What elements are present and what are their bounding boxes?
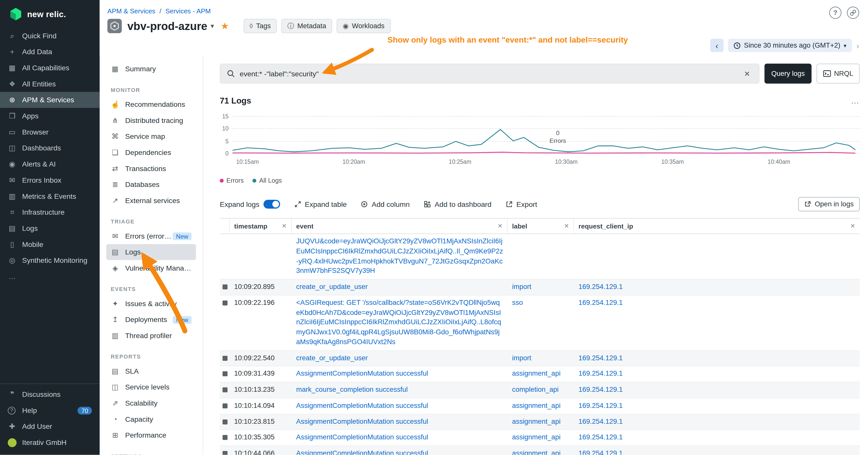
permalink-icon[interactable] [847, 6, 859, 19]
label-link[interactable]: assignment_api [512, 370, 560, 378]
row-checkbox[interactable] [222, 300, 227, 305]
sidebar-item-dashboards[interactable]: ◫Dashboards [0, 140, 99, 156]
sidebar-item-deployments[interactable]: ↥DeploymentsNew [106, 312, 196, 328]
add-to-dashboard-button[interactable]: Add to dashboard [424, 200, 492, 208]
metadata-button[interactable]: ⓘMetadata [281, 19, 332, 33]
log-row[interactable]: JUQVU&code=eyJraWQiOiJjcGltY29yZV8wOTl1M… [220, 234, 860, 280]
sidebar-item-apm-services[interactable]: ⊛APM & Services [0, 92, 99, 108]
event-link[interactable]: AssignmentCompletionMutation successful [296, 401, 428, 410]
sidebar-item-apps[interactable]: ❒Apps [0, 108, 99, 124]
label-link[interactable]: assignment_api [512, 418, 560, 425]
row-checkbox[interactable] [222, 451, 227, 455]
sidebar-item-thread-profiler[interactable]: ▥Thread profiler [106, 327, 196, 344]
ip-link[interactable]: 169.254.129.1 [579, 299, 623, 306]
time-forward-button[interactable]: › [857, 40, 859, 50]
sidebar-item-capacity[interactable]: ◔Capacity [106, 411, 196, 427]
legend-item-all-logs[interactable]: All Logs [252, 177, 282, 184]
log-row[interactable]: 10:10:23.815AssignmentCompletionMutation… [220, 414, 860, 430]
row-checkbox[interactable] [222, 285, 227, 290]
sidebar-item-help[interactable]: ?Help70 [0, 402, 99, 419]
ip-link[interactable]: 169.254.129.1 [579, 283, 623, 291]
sidebar-item-distributed-tracing[interactable]: ⋔Distributed tracing [106, 112, 196, 129]
ip-link[interactable]: 169.254.129.1 [579, 401, 623, 410]
ip-link[interactable]: 169.254.129.1 [579, 450, 623, 455]
log-row[interactable]: 10:09:22.196<ASGIRequest: GET '/sso/call… [220, 295, 860, 351]
sidebar-item-synthetic-monitoring[interactable]: ◎Synthetic Monitoring [0, 253, 99, 268]
sidebar-item-metrics-events[interactable]: ▥Metrics & Events [0, 188, 99, 204]
ip-link[interactable]: 169.254.129.1 [579, 418, 623, 425]
row-checkbox[interactable] [222, 371, 227, 377]
log-row[interactable]: 10:09:31.439AssignmentCompletionMutation… [220, 366, 860, 383]
event-link[interactable]: create_or_update_user [296, 354, 368, 362]
label-link[interactable]: assignment_api [512, 450, 560, 455]
sidebar-item-issues-activity[interactable]: ✦Issues & activity [106, 295, 196, 312]
sidebar-item-performance[interactable]: ⊞Performance [106, 427, 196, 444]
event-link[interactable]: AssignmentCompletionMutation successful [296, 418, 428, 425]
row-checkbox[interactable] [222, 435, 227, 440]
brand[interactable]: new relic. [0, 0, 99, 28]
sidebar-item-summary[interactable]: ▦Summary [106, 61, 196, 77]
remove-column-icon[interactable]: ✕ [847, 223, 855, 230]
export-button[interactable]: Export [506, 200, 537, 208]
event-link[interactable]: JUQVU&code=eyJraWQiOiJjcGltY29yZV8wOTl1M… [296, 237, 503, 274]
sidebar-item-errors-inbox[interactable]: ✉Errors Inbox [0, 172, 99, 188]
open-in-logs-button[interactable]: Open in logs [798, 197, 860, 212]
sidebar-item-mobile[interactable]: ▯Mobile [0, 236, 99, 253]
favorite-star-icon[interactable]: ★ [220, 20, 229, 32]
sidebar-item-add-user[interactable]: ✚Add User [0, 419, 99, 434]
entity-name[interactable]: vbv-prod-azure [127, 20, 207, 32]
query-logs-button[interactable]: Query logs [765, 64, 811, 84]
event-link[interactable]: AssignmentCompletionMutation successful [296, 433, 428, 441]
log-row[interactable]: 10:10:44.066AssignmentCompletionMutation… [220, 446, 860, 455]
sidebar-item-service-levels[interactable]: ◫Service levels [106, 379, 196, 395]
time-back-button[interactable]: ‹ [710, 39, 723, 52]
help-circle-icon[interactable]: ? [829, 6, 841, 19]
label-link[interactable]: assignment_api [512, 433, 560, 441]
nrql-button[interactable]: NRQL [816, 64, 860, 84]
chevron-down-icon[interactable]: ▾ [211, 22, 214, 30]
label-link[interactable]: completion_api [512, 386, 559, 393]
sidebar-item-more[interactable]: … [0, 268, 99, 285]
sidebar-item-account[interactable]: Iterativ GmbH [0, 434, 99, 451]
time-picker[interactable]: Since 30 minutes ago (GMT+2) ▾ [728, 39, 852, 52]
legend-item-errors[interactable]: Errors [220, 177, 244, 184]
log-row[interactable]: 10:10:35.305AssignmentCompletionMutation… [220, 430, 860, 446]
sidebar-item-alerts-ai[interactable]: ◉Alerts & AI [0, 156, 99, 172]
row-checkbox[interactable] [222, 356, 227, 360]
ip-link[interactable]: 169.254.129.1 [579, 433, 623, 441]
sidebar-item-external-services[interactable]: ↗External services [106, 193, 196, 208]
label-link[interactable]: sso [512, 299, 523, 306]
sidebar-item-databases[interactable]: ≣Databases [106, 176, 196, 193]
remove-column-icon[interactable]: ✕ [494, 223, 502, 230]
event-link[interactable]: AssignmentCompletionMutation successful [296, 450, 428, 455]
remove-column-icon[interactable]: ✕ [278, 223, 286, 230]
sidebar-item-logs[interactable]: ▤Logs [106, 244, 196, 260]
expand-logs-toggle[interactable] [264, 200, 280, 208]
sidebar-item-browser[interactable]: ▭Browser [0, 124, 99, 140]
sidebar-item-quick-find[interactable]: ⌕Quick Find [0, 28, 99, 44]
sidebar-item-infrastructure[interactable]: ⌗Infrastructure [0, 204, 99, 220]
sidebar-item-discussions[interactable]: ❞Discussions [0, 386, 99, 402]
more-options-icon[interactable]: … [851, 96, 860, 105]
ip-link[interactable]: 169.254.129.1 [579, 386, 623, 393]
breadcrumb-link-apm-services[interactable]: APM & Services [107, 7, 155, 15]
log-row[interactable]: 10:10:14.094AssignmentCompletionMutation… [220, 398, 860, 414]
log-row[interactable]: 10:10:13.235mark_course_completion succe… [220, 383, 860, 398]
log-row[interactable]: 10:09:20.895create_or_update_userimport1… [220, 280, 860, 295]
sidebar-item-errors-inbox[interactable]: ✉Errors (errors inb...New [106, 228, 196, 244]
tags-button[interactable]: ◊Tags [244, 19, 277, 33]
sidebar-item-logs[interactable]: ▤Logs [0, 220, 99, 236]
ip-link[interactable]: 169.254.129.1 [579, 354, 623, 362]
sidebar-item-scalability[interactable]: ⇗Scalability [106, 395, 196, 411]
event-link[interactable]: AssignmentCompletionMutation successful [296, 370, 428, 378]
remove-column-icon[interactable]: ✕ [561, 223, 569, 230]
expand-table-button[interactable]: Expand table [294, 200, 347, 208]
row-checkbox[interactable] [222, 388, 227, 392]
event-link[interactable]: create_or_update_user [296, 283, 368, 291]
label-link[interactable]: import [512, 283, 531, 291]
ip-link[interactable]: 169.254.129.1 [579, 370, 623, 378]
row-checkbox[interactable] [222, 403, 227, 409]
sidebar-item-all-entities[interactable]: ❖All Entities [0, 76, 99, 92]
event-link[interactable]: mark_course_completion successful [296, 386, 408, 393]
workloads-button[interactable]: ◉Workloads [337, 19, 391, 33]
